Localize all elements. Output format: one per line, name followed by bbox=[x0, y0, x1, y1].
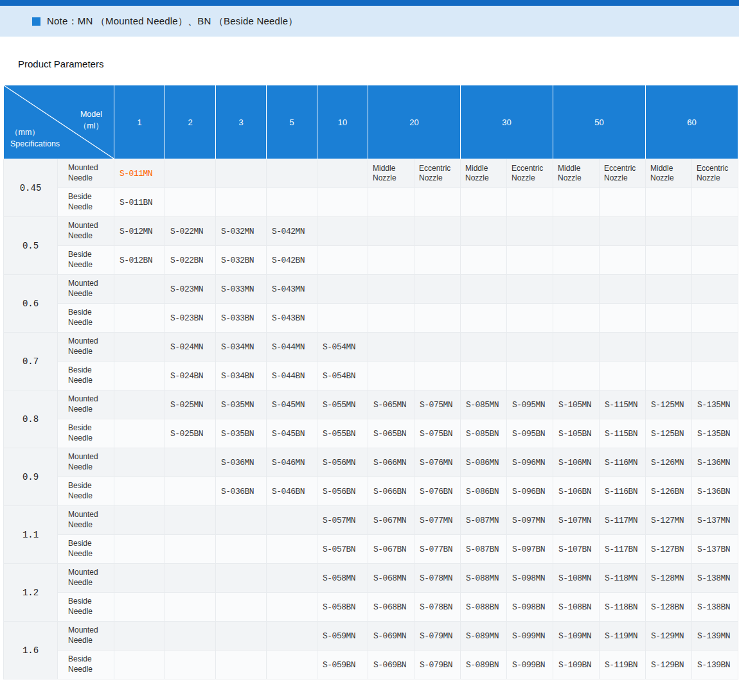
model-cell[interactable]: S-033MN bbox=[216, 275, 267, 304]
model-cell[interactable]: S-106BN bbox=[553, 477, 600, 506]
model-cell[interactable]: S-025BN bbox=[165, 419, 216, 448]
model-cell[interactable]: S-076BN bbox=[414, 477, 461, 506]
model-cell[interactable]: S-109BN bbox=[553, 651, 600, 679]
model-cell[interactable]: S-042BN bbox=[267, 246, 317, 275]
model-cell[interactable]: S-115MN bbox=[600, 390, 646, 419]
model-cell[interactable]: S-097BN bbox=[507, 535, 553, 564]
model-cell[interactable]: S-078MN bbox=[414, 564, 461, 593]
model-cell[interactable]: S-067BN bbox=[368, 535, 414, 564]
model-cell[interactable]: S-056BN bbox=[317, 477, 368, 506]
model-cell[interactable]: S-096MN bbox=[507, 448, 553, 477]
model-cell[interactable]: S-069BN bbox=[368, 651, 414, 679]
model-cell[interactable]: S-097MN bbox=[507, 506, 553, 535]
model-cell[interactable]: S-056MN bbox=[317, 448, 368, 477]
model-cell[interactable]: S-067MN bbox=[368, 506, 414, 535]
model-cell[interactable]: S-036MN bbox=[216, 448, 267, 477]
model-cell[interactable]: S-032MN bbox=[216, 217, 267, 246]
model-cell[interactable]: S-086MN bbox=[461, 448, 507, 477]
model-cell[interactable]: S-136BN bbox=[692, 477, 738, 506]
model-cell[interactable]: S-058BN bbox=[317, 593, 368, 622]
model-cell[interactable]: S-068BN bbox=[368, 593, 414, 622]
model-cell[interactable]: S-098MN bbox=[507, 564, 553, 593]
model-cell[interactable]: S-043BN bbox=[267, 304, 317, 333]
model-cell[interactable]: S-066BN bbox=[368, 477, 414, 506]
model-cell[interactable]: S-087MN bbox=[461, 506, 507, 535]
model-cell[interactable]: S-046BN bbox=[267, 477, 317, 506]
model-cell[interactable]: S-045BN bbox=[267, 419, 317, 448]
model-cell[interactable]: S-086BN bbox=[461, 477, 507, 506]
model-cell[interactable]: S-087BN bbox=[461, 535, 507, 564]
model-cell[interactable]: S-055BN bbox=[317, 419, 368, 448]
model-cell[interactable]: S-089BN bbox=[461, 651, 507, 679]
model-cell[interactable]: S-054MN bbox=[317, 333, 368, 362]
model-cell[interactable]: S-068MN bbox=[368, 564, 414, 593]
model-cell[interactable]: S-066MN bbox=[368, 448, 414, 477]
model-cell[interactable]: S-109MN bbox=[553, 622, 600, 651]
model-cell[interactable]: S-042MN bbox=[267, 217, 317, 246]
model-cell[interactable]: S-085BN bbox=[461, 419, 507, 448]
model-cell[interactable]: S-078BN bbox=[414, 593, 461, 622]
model-cell[interactable]: S-077MN bbox=[414, 506, 461, 535]
model-cell[interactable]: S-108MN bbox=[553, 564, 600, 593]
model-cell[interactable]: S-135BN bbox=[692, 419, 738, 448]
model-cell[interactable]: S-022BN bbox=[165, 246, 216, 275]
model-cell[interactable]: S-024MN bbox=[165, 333, 216, 362]
model-cell[interactable]: S-045MN bbox=[267, 390, 317, 419]
model-cell[interactable]: S-085MN bbox=[461, 390, 507, 419]
model-cell[interactable]: S-129MN bbox=[646, 622, 692, 651]
model-cell[interactable]: S-137MN bbox=[692, 506, 738, 535]
model-cell[interactable]: S-043MN bbox=[267, 275, 317, 304]
model-cell[interactable]: S-105MN bbox=[553, 390, 600, 419]
model-cell[interactable]: S-117BN bbox=[600, 535, 646, 564]
model-cell[interactable]: S-116BN bbox=[600, 477, 646, 506]
model-cell[interactable]: S-035MN bbox=[216, 390, 267, 419]
model-cell[interactable]: S-127BN bbox=[646, 535, 692, 564]
model-cell[interactable]: S-034MN bbox=[216, 333, 267, 362]
model-cell[interactable]: S-065BN bbox=[368, 419, 414, 448]
model-cell[interactable]: S-012BN bbox=[114, 246, 165, 275]
model-cell[interactable]: S-075MN bbox=[414, 390, 461, 419]
model-cell[interactable]: S-055MN bbox=[317, 390, 368, 419]
model-cell[interactable]: S-025MN bbox=[165, 390, 216, 419]
model-cell[interactable]: S-079BN bbox=[414, 651, 461, 679]
model-cell[interactable]: S-058MN bbox=[317, 564, 368, 593]
model-cell[interactable]: S-125MN bbox=[646, 390, 692, 419]
model-cell[interactable]: S-135MN bbox=[692, 390, 738, 419]
model-cell[interactable]: S-088BN bbox=[461, 593, 507, 622]
model-cell[interactable]: S-117MN bbox=[600, 506, 646, 535]
model-cell[interactable]: S-076MN bbox=[414, 448, 461, 477]
model-cell[interactable]: S-107MN bbox=[553, 506, 600, 535]
model-cell[interactable]: S-095BN bbox=[507, 419, 553, 448]
model-cell[interactable]: S-059BN bbox=[317, 651, 368, 679]
model-cell[interactable]: S-075BN bbox=[414, 419, 461, 448]
model-cell[interactable]: S-119MN bbox=[600, 622, 646, 651]
model-cell[interactable]: S-129BN bbox=[646, 651, 692, 679]
model-cell[interactable]: S-099BN bbox=[507, 651, 553, 679]
model-cell[interactable]: S-044BN bbox=[267, 362, 317, 390]
model-cell[interactable]: S-137BN bbox=[692, 535, 738, 564]
model-cell[interactable]: S-057BN bbox=[317, 535, 368, 564]
model-cell[interactable]: S-128MN bbox=[646, 564, 692, 593]
model-cell[interactable]: S-107BN bbox=[553, 535, 600, 564]
model-cell[interactable]: S-115BN bbox=[600, 419, 646, 448]
model-cell[interactable]: S-138MN bbox=[692, 564, 738, 593]
model-cell[interactable]: S-138BN bbox=[692, 593, 738, 622]
model-cell[interactable]: S-089MN bbox=[461, 622, 507, 651]
model-cell[interactable]: S-139BN bbox=[692, 651, 738, 679]
model-cell[interactable]: S-126MN bbox=[646, 448, 692, 477]
model-cell[interactable]: S-077BN bbox=[414, 535, 461, 564]
model-cell[interactable]: S-105BN bbox=[553, 419, 600, 448]
model-cell[interactable]: S-136MN bbox=[692, 448, 738, 477]
model-cell[interactable]: S-099MN bbox=[507, 622, 553, 651]
model-cell[interactable]: S-024BN bbox=[165, 362, 216, 390]
model-cell[interactable]: S-012MN bbox=[114, 217, 165, 246]
model-cell[interactable]: S-022MN bbox=[165, 217, 216, 246]
model-cell[interactable]: S-065MN bbox=[368, 390, 414, 419]
model-cell[interactable]: S-034BN bbox=[216, 362, 267, 390]
model-cell[interactable]: S-096BN bbox=[507, 477, 553, 506]
model-cell[interactable]: S-033BN bbox=[216, 304, 267, 333]
model-cell[interactable]: S-032BN bbox=[216, 246, 267, 275]
model-cell[interactable]: S-118BN bbox=[600, 593, 646, 622]
model-cell[interactable]: S-119BN bbox=[600, 651, 646, 679]
model-cell[interactable]: S-116MN bbox=[600, 448, 646, 477]
